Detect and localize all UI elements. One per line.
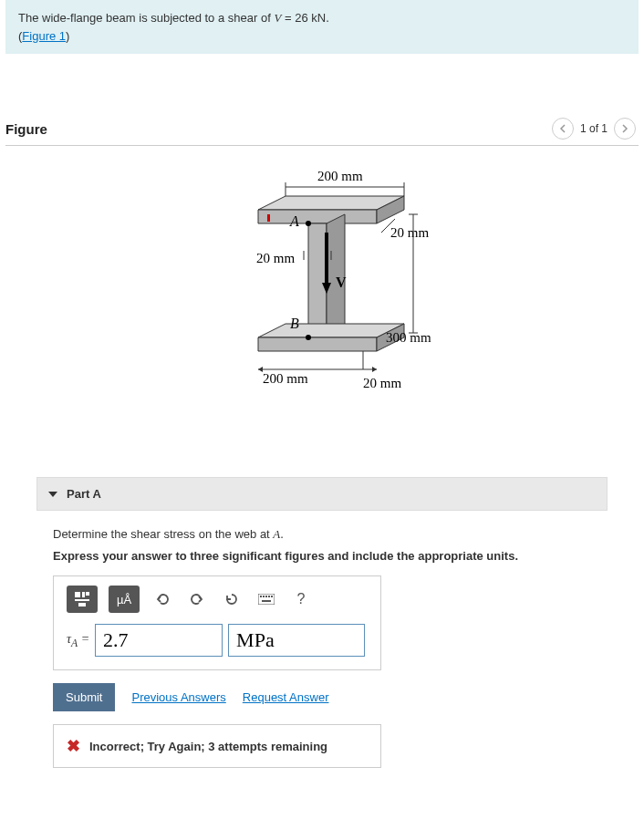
incorrect-icon: ✖ xyxy=(67,736,80,756)
dim-top-width: 200 mm xyxy=(317,169,363,183)
undo-button[interactable] xyxy=(151,587,174,611)
svg-rect-25 xyxy=(271,596,273,597)
reset-button[interactable] xyxy=(220,587,244,611)
figure-next-button[interactable] xyxy=(614,118,636,140)
answer-unit-input[interactable] xyxy=(228,624,365,657)
request-answer-link[interactable]: Request Answer xyxy=(243,690,329,704)
figure-link[interactable]: Figure 1 xyxy=(22,29,66,43)
problem-statement: The wide-flange beam is subjected to a s… xyxy=(5,0,639,54)
dim-bottom-width: 200 mm xyxy=(263,371,308,386)
units-button[interactable]: µÅ xyxy=(109,586,140,613)
answer-toolbar: µÅ ? xyxy=(67,586,368,613)
help-button[interactable]: ? xyxy=(289,587,313,611)
template-button[interactable] xyxy=(67,586,98,613)
undo-icon xyxy=(155,592,170,606)
caret-down-icon xyxy=(48,492,57,497)
dim-bottom-flange: 20 mm xyxy=(363,376,401,390)
keyboard-button[interactable] xyxy=(254,587,278,611)
keyboard-icon xyxy=(258,594,275,605)
answer-value-input[interactable] xyxy=(95,624,223,657)
redo-icon xyxy=(190,592,204,606)
point-b-label: B xyxy=(290,316,299,331)
previous-answers-link[interactable]: Previous Answers xyxy=(131,690,225,704)
submit-button[interactable]: Submit xyxy=(53,683,115,711)
fraction-icon xyxy=(74,591,90,607)
instruction-bold: Express your answer to three significant… xyxy=(53,549,600,563)
svg-rect-23 xyxy=(265,596,267,597)
svg-rect-24 xyxy=(268,596,270,597)
instruction-text: Determine the shear stress on the web at… xyxy=(53,527,600,542)
svg-rect-22 xyxy=(263,596,265,597)
svg-rect-3 xyxy=(267,214,270,222)
figure-count: 1 of 1 xyxy=(580,122,608,135)
feedback-text: Incorrect; Try Again; 3 attempts remaini… xyxy=(89,740,327,753)
problem-value: 26 kN xyxy=(295,11,326,25)
svg-rect-18 xyxy=(75,599,89,601)
figure-header: Figure 1 of 1 xyxy=(5,118,639,146)
answer-label: τA = xyxy=(67,632,89,649)
figure-section: Figure 1 of 1 V A xyxy=(0,118,644,459)
dim-web-t: 20 mm xyxy=(256,251,295,265)
answer-row: τA = xyxy=(67,624,368,657)
chevron-right-icon xyxy=(621,124,628,133)
svg-point-1 xyxy=(306,221,311,226)
svg-rect-21 xyxy=(260,596,262,597)
problem-text: The wide-flange beam is subjected to a s… xyxy=(18,11,274,25)
point-a-label: A xyxy=(289,213,299,229)
dim-top-flange: 20 mm xyxy=(390,225,429,240)
dim-web-height: 300 mm xyxy=(386,330,431,345)
answer-box: µÅ ? τA = xyxy=(53,575,381,670)
chevron-left-icon xyxy=(559,124,566,133)
shear-label: V xyxy=(336,275,347,290)
redo-button[interactable] xyxy=(185,587,209,611)
svg-rect-19 xyxy=(78,603,86,606)
feedback-box: ✖ Incorrect; Try Again; 3 attempts remai… xyxy=(53,724,381,768)
part-a-header[interactable]: Part A xyxy=(36,477,608,511)
svg-point-2 xyxy=(306,335,311,340)
svg-rect-20 xyxy=(258,594,275,605)
figure-title: Figure xyxy=(5,121,47,137)
svg-rect-16 xyxy=(82,592,85,597)
svg-rect-26 xyxy=(262,600,271,602)
part-a-section: Part A Determine the shear stress on the… xyxy=(36,477,608,777)
part-a-title: Part A xyxy=(67,487,101,501)
svg-rect-15 xyxy=(75,592,80,597)
reset-icon xyxy=(224,592,239,606)
figure-image: V A B 200 mm 20 mm 20 mm 300 mm xyxy=(5,146,639,459)
svg-rect-17 xyxy=(86,592,89,596)
action-row: Submit Previous Answers Request Answer xyxy=(53,683,600,711)
figure-prev-button[interactable] xyxy=(552,118,574,140)
